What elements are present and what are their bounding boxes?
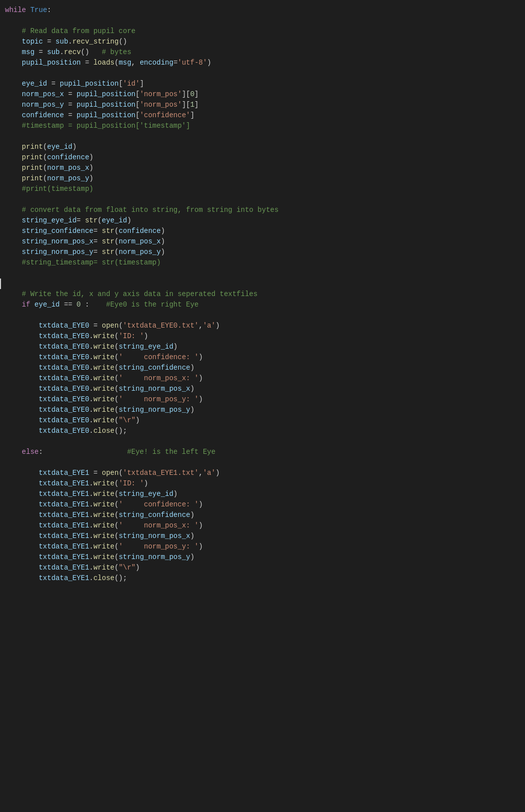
code-line: norm_pos_y = pupil_position['norm_pos'][…: [0, 100, 525, 110]
code-line: txtdata_EYE1.write(string_confidence): [0, 510, 525, 520]
code-line: txtdata_EYE1.write(' confidence: '): [0, 499, 525, 510]
cursor-line: [0, 279, 525, 289]
code-line: topic = sub.recv_string(): [0, 37, 525, 47]
code-line: [0, 436, 525, 447]
code-line: confidence = pupil_position['confidence'…: [0, 110, 525, 121]
code-line: print(norm_pos_y): [0, 173, 525, 184]
code-line: while True:: [0, 5, 525, 16]
code-line: txtdata_EYE0 = open('txtdata_EYE0.txt','…: [0, 321, 525, 331]
code-line: txtdata_EYE1.write(' norm_pos_x: '): [0, 520, 525, 531]
code-line: [0, 268, 525, 279]
code-line: if eye_id == 0 : #Eye0 is the right Eye: [0, 300, 525, 310]
code-line: # Write the id, x and y axis data in sep…: [0, 289, 525, 300]
code-line: txtdata_EYE1.write('ID: '): [0, 478, 525, 489]
code-line: string_norm_pos_x= str(norm_pos_x): [0, 236, 525, 247]
code-line: [0, 310, 525, 321]
code-editor: while True: # Read data from pupil core …: [0, 0, 525, 589]
code-line: pupil_position = loads(msg, encoding='ut…: [0, 58, 525, 68]
code-line: txtdata_EYE1.write("\r"): [0, 563, 525, 573]
code-line: print(confidence): [0, 152, 525, 163]
code-line: txtdata_EYE0.write("\r"): [0, 415, 525, 426]
code-line: txtdata_EYE0.write(' norm_pos_x: '): [0, 373, 525, 384]
code-line: [0, 16, 525, 26]
code-line: string_confidence= str(confidence): [0, 226, 525, 236]
code-line: norm_pos_x = pupil_position['norm_pos'][…: [0, 89, 525, 100]
code-line: #print(timestamp): [0, 184, 525, 194]
code-line: msg = sub.recv() # bytes: [0, 47, 525, 58]
code-line: else: #Eye! is the left Eye: [0, 447, 525, 457]
code-line: #string_timestamp= str(timestamp): [0, 257, 525, 268]
code-line: [0, 194, 525, 205]
code-line: txtdata_EYE1 = open('txtdata_EYE1.txt','…: [0, 468, 525, 478]
code-line: # Read data from pupil core: [0, 26, 525, 37]
code-line: txtdata_EYE0.write(string_norm_pos_y): [0, 405, 525, 415]
code-line: txtdata_EYE0.write(' norm_pos_y: '): [0, 394, 525, 405]
code-line: txtdata_EYE1.write(string_norm_pos_y): [0, 552, 525, 563]
code-line: txtdata_EYE0.write(string_confidence): [0, 363, 525, 373]
code-line: txtdata_EYE0.close();: [0, 426, 525, 436]
code-line: print(eye_id): [0, 142, 525, 152]
code-line: [0, 131, 525, 142]
code-line: [0, 68, 525, 79]
code-line: txtdata_EYE1.write(' norm_pos_y: '): [0, 542, 525, 552]
code-line: string_eye_id= str(eye_id): [0, 215, 525, 226]
code-line: # convert data from float into string, f…: [0, 205, 525, 215]
code-line: #timestamp = pupil_position['timestamp']: [0, 121, 525, 131]
code-line: txtdata_EYE1.close();: [0, 573, 525, 584]
code-line: txtdata_EYE0.write(string_norm_pos_x): [0, 384, 525, 394]
code-line: txtdata_EYE1.write(string_eye_id): [0, 489, 525, 499]
code-line: txtdata_EYE1.write(string_norm_pos_x): [0, 531, 525, 542]
code-line: [0, 457, 525, 468]
code-line: eye_id = pupil_position['id']: [0, 79, 525, 89]
code-line: txtdata_EYE0.write(' confidence: '): [0, 352, 525, 363]
code-line: string_norm_pos_y= str(norm_pos_y): [0, 247, 525, 257]
code-line: txtdata_EYE0.write('ID: '): [0, 331, 525, 342]
code-line: txtdata_EYE0.write(string_eye_id): [0, 342, 525, 352]
code-line: print(norm_pos_x): [0, 163, 525, 173]
